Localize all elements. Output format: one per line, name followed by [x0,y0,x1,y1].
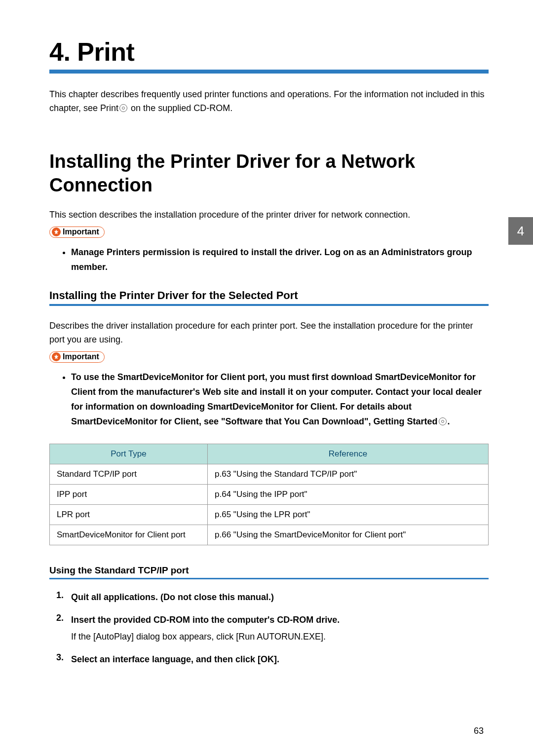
table-header-port: Port Type [50,444,208,464]
important-list: Manage Printers permission is required t… [49,245,489,274]
star-icon [52,352,61,361]
section-title: Installing the Printer Driver for a Netw… [49,150,489,197]
page: 4. Print This chapter describes frequent… [0,0,533,756]
step-body: If the [AutoPlay] dialog box appears, cl… [71,630,489,643]
table-header-ref: Reference [208,444,489,464]
subsection-intro: Describes the driver installation proced… [49,319,489,346]
table-row: IPP port p.64 "Using the IPP port" [50,485,489,505]
star-icon [52,227,61,236]
important-label: Important [63,352,99,361]
port-table: Port Type Reference Standard TCP/IP port… [49,444,489,545]
step-item: Insert the provided CD-ROM into the comp… [62,613,489,643]
subsection-rule [49,304,489,306]
table-cell-port: Standard TCP/IP port [50,464,208,485]
table-cell-ref: p.63 "Using the Standard TCP/IP port" [208,464,489,485]
step-title: Select an interface language, and then c… [71,652,489,666]
cd-icon [119,104,127,112]
table-cell-port: LPR port [50,505,208,525]
page-number: 63 [474,726,484,736]
step-item: Select an interface language, and then c… [62,652,489,666]
table-cell-ref: p.66 "Using the SmartDeviceMonitor for C… [208,525,489,545]
subsection-title: Installing the Printer Driver for the Se… [49,289,489,302]
chapter-intro-text-1: This chapter describes frequently used p… [49,89,485,113]
subsub-rule [49,578,489,579]
table-cell-port: SmartDeviceMonitor for Client port [50,525,208,545]
chapter-intro-text-2: on the supplied CD-ROM. [128,103,232,113]
table-cell-port: IPP port [50,485,208,505]
important-pill: Important [49,227,105,238]
important-item-tail: . [448,416,450,426]
table-row: SmartDeviceMonitor for Client port p.66 … [50,525,489,545]
important-item: Manage Printers permission is required t… [71,245,489,274]
important-item: To use the SmartDeviceMonitor for Client… [71,370,489,429]
cd-icon [439,417,447,425]
chapter-intro: This chapter describes frequently used p… [49,87,489,115]
section-intro: This section describes the installation … [49,208,489,222]
important-pill-2: Important [49,351,105,363]
important-label: Important [63,227,99,236]
chapter-title: 4. Print [49,37,489,67]
chapter-tab: 4 [508,217,533,245]
important-list-2: To use the SmartDeviceMonitor for Client… [49,370,489,429]
step-item: Quit all applications. (Do not close thi… [62,590,489,604]
chapter-rule [49,70,489,74]
table-cell-ref: p.65 "Using the LPR port" [208,505,489,525]
table-row: Standard TCP/IP port p.63 "Using the Sta… [50,464,489,485]
table-row: LPR port p.65 "Using the LPR port" [50,505,489,525]
important-item-text: To use the SmartDeviceMonitor for Client… [71,372,482,426]
subsub-title: Using the Standard TCP/IP port [49,565,489,576]
step-title: Quit all applications. (Do not close thi… [71,590,489,604]
steps-list: Quit all applications. (Do not close thi… [49,590,489,666]
step-title: Insert the provided CD-ROM into the comp… [71,613,489,627]
table-cell-ref: p.64 "Using the IPP port" [208,485,489,505]
